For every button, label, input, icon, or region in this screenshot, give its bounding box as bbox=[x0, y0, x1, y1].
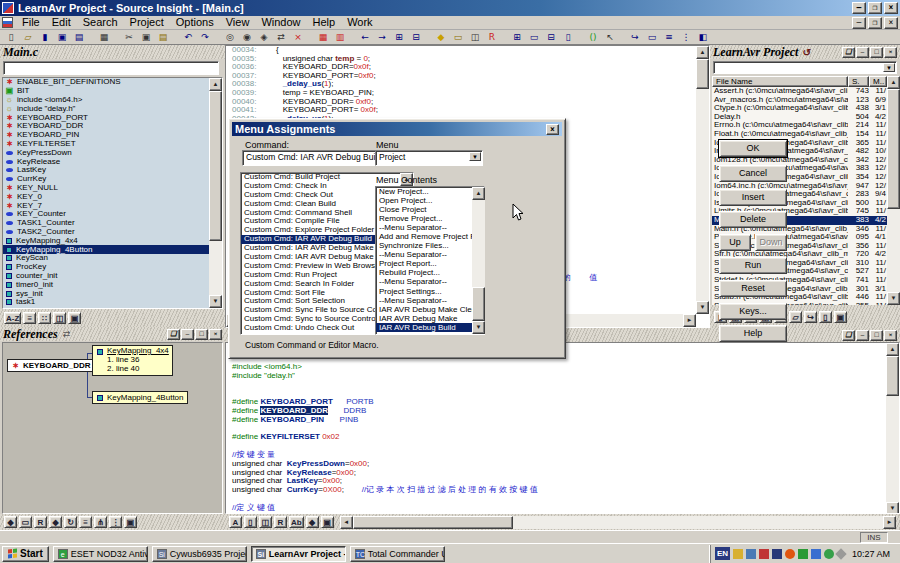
file-row[interactable]: Ctype.h (c:\0mcu\atmega64\si\avr_clib_me… bbox=[712, 104, 887, 113]
menu-window[interactable]: Window bbox=[255, 16, 306, 29]
maximize-button[interactable]: □ bbox=[870, 330, 883, 341]
tray-icon-6[interactable] bbox=[798, 549, 808, 559]
symbol-list[interactable]: ∗ENABLE_BIT_DEFINITIONS▣BIT☼include <iom… bbox=[2, 77, 223, 309]
scroll-thumb[interactable] bbox=[472, 287, 485, 321]
symbol-list-scrollbar[interactable]: ▲ ▼ bbox=[209, 78, 222, 308]
tray-icon-8[interactable] bbox=[824, 549, 834, 559]
r-symbol-icon[interactable]: R bbox=[484, 31, 500, 44]
save-all-icon[interactable]: ▣ bbox=[54, 31, 70, 44]
task-button[interactable]: SiCywusb6935 Project - S... bbox=[152, 546, 247, 562]
tray-icon-2[interactable] bbox=[746, 549, 756, 559]
symbol-panel-titlebar[interactable]: Main.c bbox=[0, 45, 225, 59]
list-item[interactable]: Rebuild Project... bbox=[376, 268, 484, 277]
source-editor-main[interactable]: #include <iom64.h>#include "delay.h"#def… bbox=[225, 342, 900, 514]
lock-icon[interactable]: ◆ bbox=[306, 516, 319, 528]
context-icon[interactable]: ▭ bbox=[19, 516, 32, 528]
list-item[interactable]: New Project... bbox=[376, 187, 484, 196]
mdi-minimize-button[interactable]: – bbox=[852, 17, 866, 29]
scroll-thumb[interactable] bbox=[886, 356, 899, 396]
link-icon[interactable]: ↪ bbox=[627, 31, 643, 44]
file-row[interactable]: Iom128.h (c:\0mcu\atmega64\si\avr_clib_m… bbox=[712, 156, 887, 165]
file-list-scrollbar[interactable]: ▲ ▼ bbox=[887, 76, 900, 305]
list-item[interactable]: --Menu Separator-- bbox=[376, 250, 484, 259]
symbol-item[interactable]: ☼include "delay.h" bbox=[3, 104, 222, 113]
tray-icon-9[interactable] bbox=[835, 548, 846, 559]
find-icon[interactable]: ◎ bbox=[222, 31, 238, 44]
close-window-icon[interactable]: ⊟ bbox=[408, 31, 424, 44]
split-float-icon[interactable]: ▯ bbox=[560, 31, 576, 44]
minimize-button[interactable]: – bbox=[181, 329, 194, 340]
context-icon[interactable]: ▭ bbox=[450, 31, 466, 44]
refresh-icon[interactable]: ↻ bbox=[64, 516, 77, 528]
references-titlebar[interactable]: References ⇄ ❏ – □ × bbox=[0, 327, 225, 341]
dock-button[interactable]: ❏ bbox=[842, 330, 855, 341]
reference-line[interactable]: 2. line 40 bbox=[107, 364, 139, 373]
file-row[interactable]: Avr_macros.h (c:\0mcu\atmega64\si\avr_cl… bbox=[712, 96, 887, 105]
cut-icon[interactable]: ✂ bbox=[121, 31, 137, 44]
properties-icon[interactable]: ▣ bbox=[321, 516, 334, 528]
menu-help[interactable]: Help bbox=[307, 16, 342, 29]
open-folder-icon[interactable]: ▱ bbox=[789, 311, 802, 323]
split-horiz-icon[interactable]: ⊟ bbox=[543, 31, 559, 44]
symbol-item[interactable]: KeyPressDown bbox=[3, 148, 222, 157]
minimize-button[interactable]: – bbox=[856, 47, 869, 58]
file-row[interactable]: Errno.h (c:\0mcu\atmega64\si\avr_clib_me… bbox=[712, 121, 887, 130]
menu-combo[interactable]: Project ▼ bbox=[375, 150, 483, 166]
parens-icon[interactable]: () bbox=[585, 31, 601, 44]
symbol-window-icon[interactable]: ▥ bbox=[332, 31, 348, 44]
task-button[interactable]: eESET NOD32 Antivirus bbox=[53, 546, 148, 562]
scroll-down-icon[interactable]: ▼ bbox=[886, 502, 899, 514]
list-item[interactable]: Open Project... bbox=[376, 196, 484, 205]
cancel-button[interactable]: Cancel bbox=[719, 165, 787, 182]
indent-icon[interactable]: ≡ bbox=[661, 31, 677, 44]
scroll-down-icon[interactable]: ▼ bbox=[887, 292, 900, 305]
new-file-icon[interactable]: ▯ bbox=[3, 31, 19, 44]
scroll-thumb[interactable] bbox=[209, 91, 222, 241]
scroll-up-icon[interactable]: ▲ bbox=[886, 343, 899, 356]
ok-button[interactable]: OK bbox=[719, 140, 787, 157]
symbol-search-input[interactable] bbox=[3, 61, 219, 75]
editor-vscrollbar[interactable]: ▲ ▼ bbox=[696, 46, 709, 314]
dialog-titlebar[interactable]: Menu Assignments × bbox=[232, 122, 562, 136]
reset-button[interactable]: Reset bbox=[719, 280, 787, 297]
list-item[interactable]: IAR AVR Debug Make bbox=[376, 314, 484, 323]
task-button[interactable]: TCTotal Commander Ultima ... bbox=[350, 546, 445, 562]
tray-icon-4[interactable] bbox=[772, 549, 782, 559]
tree-icon[interactable]: ⋔ bbox=[94, 516, 107, 528]
menu-project[interactable]: Project bbox=[124, 16, 170, 29]
hierarchy-icon[interactable]: ⋮ bbox=[678, 31, 694, 44]
scroll-down-icon[interactable]: ▼ bbox=[696, 301, 709, 314]
dock-button[interactable]: ❏ bbox=[167, 329, 180, 340]
mdi-restore-button[interactable]: ❐ bbox=[868, 17, 882, 29]
scroll-down-icon[interactable]: ▼ bbox=[209, 295, 222, 308]
reference-node[interactable]: KeyMapping_4Button bbox=[92, 391, 188, 404]
menu-edit[interactable]: Edit bbox=[46, 16, 77, 29]
properties-icon[interactable]: ▣ bbox=[124, 516, 137, 528]
minimize-button[interactable]: – bbox=[852, 2, 866, 14]
find-clear-icon[interactable]: × bbox=[290, 31, 306, 44]
split-one-icon[interactable]: ▭ bbox=[526, 31, 542, 44]
language-indicator[interactable]: EN bbox=[715, 547, 730, 560]
delete-button[interactable]: Delete bbox=[719, 211, 787, 228]
tray-icon-5[interactable] bbox=[785, 549, 795, 559]
list-view-icon[interactable]: ≡ bbox=[23, 312, 36, 324]
help-button[interactable]: Help bbox=[719, 325, 787, 342]
scroll-thumb[interactable] bbox=[887, 89, 900, 209]
symbol-item[interactable]: ∗ENABLE_BIT_DEFINITIONS bbox=[3, 78, 222, 87]
scroll-up-icon[interactable]: ▲ bbox=[472, 187, 485, 200]
rename-icon[interactable]: Ab bbox=[289, 516, 304, 528]
menu-view[interactable]: View bbox=[220, 16, 256, 29]
task-button[interactable]: SiLearnAvr Project - So... bbox=[251, 546, 346, 562]
align-icon[interactable]: ≡ bbox=[79, 516, 92, 528]
list-item[interactable]: Add and Remove Project Files... bbox=[376, 232, 484, 241]
r-symbol-icon[interactable]: R bbox=[34, 516, 47, 528]
new-window-icon[interactable]: ⊞ bbox=[391, 31, 407, 44]
scroll-up-icon[interactable]: ▲ bbox=[209, 78, 222, 91]
scroll-right-icon[interactable]: ► bbox=[683, 314, 696, 327]
menu-options[interactable]: Options bbox=[170, 16, 220, 29]
scroll-down-icon[interactable]: ▼ bbox=[472, 321, 485, 334]
symbol-item[interactable]: counter_init bbox=[3, 272, 222, 281]
column-file-name[interactable]: File Name bbox=[712, 76, 848, 87]
project-panel-titlebar[interactable]: LearnAvr Project ↺ ❏ – □ × bbox=[710, 45, 900, 59]
undo-icon[interactable]: ↶ bbox=[180, 31, 196, 44]
